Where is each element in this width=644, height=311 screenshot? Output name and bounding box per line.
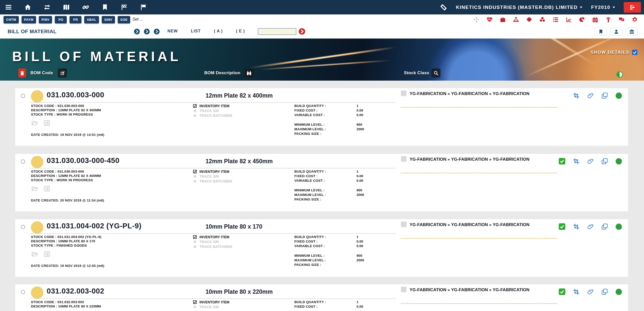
bom-code-value[interactable]: 031.030.003-000 xyxy=(47,91,104,99)
menu-icon[interactable] xyxy=(5,4,12,11)
quick-button-sbal[interactable]: SBAL xyxy=(84,16,99,23)
exchange-icon[interactable] xyxy=(44,4,50,11)
set-label[interactable]: Set ... xyxy=(132,17,143,22)
paperclip-icon[interactable] xyxy=(587,158,594,164)
approved-check-icon[interactable] xyxy=(559,223,565,230)
bom-code-value[interactable]: 031.030.003-000-450 xyxy=(47,156,120,165)
contrast-icon[interactable] xyxy=(616,71,623,78)
quick-button-cntm[interactable]: CNTM xyxy=(4,16,19,23)
navbar-menu-icons xyxy=(5,0,147,14)
paperclip-icon[interactable] xyxy=(587,223,594,230)
show-details-toggle[interactable]: SHOW DETAILS xyxy=(591,50,637,55)
copy-icon[interactable] xyxy=(601,92,608,99)
copy-icon[interactable] xyxy=(601,158,608,164)
stock-type-value: FINISHED GOODS xyxy=(57,244,87,247)
next-record-icon[interactable] xyxy=(144,28,150,35)
comments-icon[interactable] xyxy=(618,16,625,23)
company-module-button[interactable] xyxy=(626,28,638,35)
home-icon[interactable] xyxy=(24,4,31,11)
crop-icon[interactable] xyxy=(573,92,580,99)
bookmarks-button[interactable] xyxy=(595,28,607,35)
quick-button-paym[interactable]: PAYM xyxy=(22,16,36,23)
cubes-icon[interactable] xyxy=(539,16,546,23)
list-alt-icon[interactable] xyxy=(43,251,51,258)
new-link[interactable]: NEW xyxy=(167,29,178,33)
delete-button[interactable] xyxy=(18,68,26,78)
search-go-icon[interactable] xyxy=(298,28,306,35)
ticket-icon[interactable] xyxy=(440,4,447,11)
build-quantity-label: BUILD QUANTITY : xyxy=(294,235,357,240)
x-mark-icon xyxy=(193,109,197,113)
quick-button-pinv[interactable]: PINV xyxy=(39,16,52,23)
stock-class-checkbox[interactable] xyxy=(401,156,406,162)
link-icon[interactable] xyxy=(82,4,89,11)
list-icon[interactable] xyxy=(552,16,559,23)
company-selector[interactable]: KINETICS INDUSTRIES (MASTER.DB) LIMITED xyxy=(456,5,583,10)
e-link[interactable]: ( E ) xyxy=(236,29,245,33)
bom-code-value[interactable]: 031.032.003-002 xyxy=(47,287,104,295)
calendar-icon[interactable] xyxy=(592,16,598,23)
paperclip-icon[interactable] xyxy=(587,288,594,295)
hero-title: BILL OF MATERIAL xyxy=(12,49,181,64)
stock-class-checkbox[interactable] xyxy=(401,90,406,96)
puzzle-icon[interactable] xyxy=(526,16,532,23)
quick-button-po[interactable]: PO xyxy=(55,16,67,23)
fiscal-year-selector[interactable]: FY2010 xyxy=(591,5,615,10)
approved-check-icon[interactable] xyxy=(559,158,565,164)
crop-icon[interactable] xyxy=(573,223,580,230)
briefcase-icon[interactable] xyxy=(500,16,506,23)
stock-class-checkbox[interactable] xyxy=(401,222,406,227)
quick-button-soe[interactable]: SOE xyxy=(118,16,130,23)
checkbox-checked-icon[interactable] xyxy=(632,50,637,55)
chart-line-icon[interactable] xyxy=(566,16,572,23)
search-stock-class-button[interactable] xyxy=(431,68,440,78)
quick-button-pr[interactable]: PR xyxy=(70,16,81,23)
arrows-move-icon[interactable] xyxy=(473,16,480,23)
status-dot-icon[interactable] xyxy=(616,289,622,295)
quick-button-sinv[interactable]: SINV xyxy=(102,16,115,23)
list-alt-icon[interactable] xyxy=(43,120,51,126)
heart-pulse-icon[interactable] xyxy=(486,16,493,23)
map-icon[interactable] xyxy=(63,4,70,11)
podcast-icon[interactable] xyxy=(605,16,612,23)
maximum-level-value: 2000 xyxy=(357,258,364,263)
x-mark-icon xyxy=(193,240,197,244)
select-radio[interactable] xyxy=(21,225,25,229)
list-alt-icon[interactable] xyxy=(43,185,51,192)
gear-icon[interactable] xyxy=(632,16,638,23)
search-description-button[interactable] xyxy=(244,68,253,78)
bookmark-icon[interactable] xyxy=(101,4,108,11)
next-record-icon[interactable] xyxy=(134,28,140,35)
chart-pie-icon[interactable] xyxy=(579,16,585,23)
search-input[interactable] xyxy=(258,28,296,35)
select-radio[interactable] xyxy=(21,94,25,98)
bom-code-value[interactable]: 031.031.004-002 (YG-PL-9) xyxy=(47,222,142,230)
select-radio[interactable] xyxy=(21,159,25,164)
status-dot-icon[interactable] xyxy=(616,93,622,99)
next-record-icon[interactable] xyxy=(154,28,160,35)
navbar-right: KINETICS INDUSTRIES (MASTER.DB) LIMITED … xyxy=(440,0,641,14)
copy-icon[interactable] xyxy=(601,223,608,230)
copy-icon[interactable] xyxy=(601,288,608,295)
status-dot-icon[interactable] xyxy=(616,224,622,230)
flag-checkered-icon[interactable] xyxy=(121,4,128,11)
track-sn-label: TRACK S/N xyxy=(199,305,219,309)
stock-class-checkbox[interactable] xyxy=(401,287,406,292)
crop-icon[interactable] xyxy=(573,288,580,295)
approved-check-icon[interactable] xyxy=(559,288,565,295)
a-link[interactable]: ( A ) xyxy=(214,29,223,33)
status-dot-icon[interactable] xyxy=(616,158,622,164)
sitemap-icon[interactable] xyxy=(513,16,519,23)
user-button[interactable] xyxy=(610,28,622,35)
edit-bom-code-button[interactable] xyxy=(58,68,67,78)
flag-icon[interactable] xyxy=(140,4,147,11)
folder-open-icon[interactable] xyxy=(31,251,39,258)
folder-open-icon[interactable] xyxy=(31,120,39,126)
folder-open-icon[interactable] xyxy=(31,185,39,192)
select-radio[interactable] xyxy=(21,290,25,294)
crop-icon[interactable] xyxy=(573,158,580,164)
paperclip-icon[interactable] xyxy=(587,92,594,99)
logout-button[interactable] xyxy=(624,2,641,13)
list-link[interactable]: LIST xyxy=(191,29,201,33)
minimum-level-value: 900 xyxy=(357,123,362,127)
